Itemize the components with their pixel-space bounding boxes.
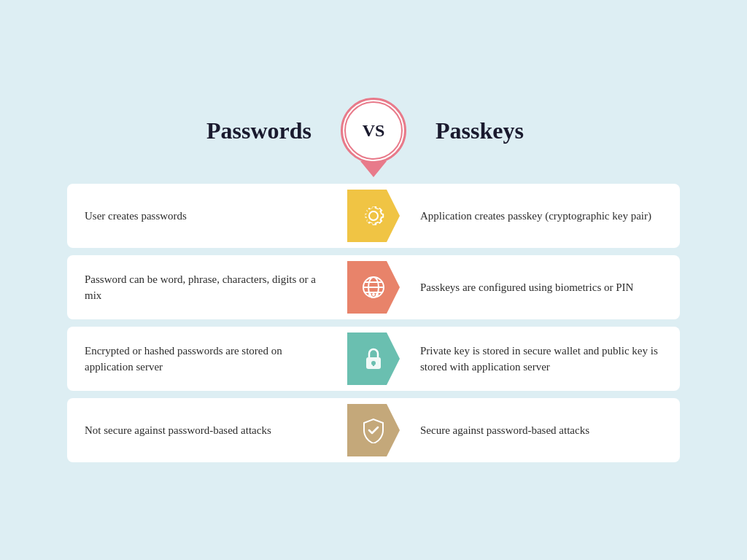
row-2-icon-container xyxy=(344,255,403,319)
passkeys-title: Passkeys xyxy=(406,117,611,144)
lock-icon xyxy=(347,332,400,385)
row-storage: Encrypted or hashed passwords are stored… xyxy=(67,327,680,391)
row-1-icon-container xyxy=(344,184,403,248)
row-3-right: Private key is stored in secure wallet a… xyxy=(403,331,680,387)
vs-badge: VS xyxy=(341,98,406,163)
row-1-right: Application creates passkey (cryptograph… xyxy=(403,196,680,236)
row-2-left: Password can be word, phrase, characters… xyxy=(67,260,344,316)
row-4-icon-container xyxy=(344,398,403,462)
gear-icon xyxy=(347,190,400,242)
row-4-left: Not secure against password-based attack… xyxy=(67,411,344,451)
row-3-left: Encrypted or hashed passwords are stored… xyxy=(67,331,344,387)
row-1-left: User creates passwords xyxy=(67,196,344,236)
svg-rect-10 xyxy=(373,363,374,366)
header: Passwords VS Passkeys xyxy=(67,98,680,163)
svg-point-5 xyxy=(368,293,371,296)
row-security: Not secure against password-based attack… xyxy=(67,398,680,462)
row-4-right: Secure against password-based attacks xyxy=(403,411,680,451)
main-container: Passwords VS Passkeys User creates passw… xyxy=(67,98,680,462)
svg-point-7 xyxy=(376,293,379,296)
row-format: Password can be word, phrase, characters… xyxy=(67,255,680,319)
row-2-right: Passkeys are configured using biometrics… xyxy=(403,268,680,308)
row-create: User creates passwords Application creat… xyxy=(67,184,680,248)
globe-icon xyxy=(347,261,400,314)
shield-icon xyxy=(347,404,400,456)
passwords-title: Passwords xyxy=(136,117,341,144)
svg-point-6 xyxy=(372,293,375,296)
vs-text: VS xyxy=(363,121,385,141)
row-3-icon-container xyxy=(344,327,403,391)
comparison-rows: User creates passwords Application creat… xyxy=(67,184,680,462)
